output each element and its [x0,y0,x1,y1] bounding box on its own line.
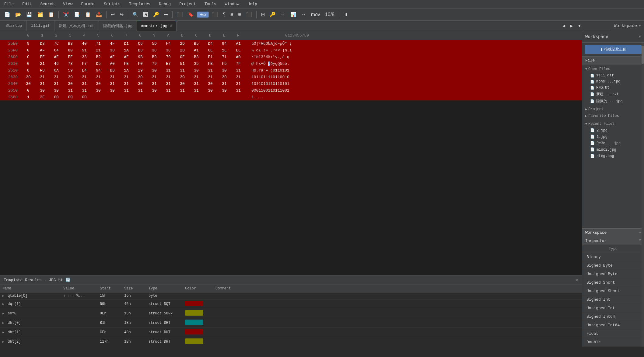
hex-row-2660[interactable]: 2660 1 2E 00 00 00 [0,94,644,100]
byte-cell[interactable]: A1 [231,41,245,46]
recent-file-steg[interactable]: 📄 steg.png [582,153,644,159]
byte-cell[interactable]: 30 [175,75,189,80]
toolbar-btn-14[interactable]: 🅰 [142,11,150,19]
byte-cell[interactable]: 3C [147,48,161,53]
expand-arrow[interactable]: ▶ [2,331,4,334]
byte-cell[interactable]: A0 [231,54,245,60]
copy-button[interactable]: 📑 [72,10,82,19]
byte-cell[interactable]: 31 [119,88,133,93]
byte-cell[interactable]: B3 [63,41,77,46]
byte-cell[interactable]: C6 [133,41,147,46]
byte-cell[interactable] [133,95,147,100]
recent-file-1jpg[interactable]: 📄 1.jpg [582,134,644,140]
byte-cell[interactable]: 31 [161,81,175,86]
hex-row-2650[interactable]: 2650 0 30 30 31 31 30 30 31 31 30 31 31 … [0,87,644,94]
expand-arrow[interactable]: ▶ [2,294,4,298]
byte-cell[interactable]: D5 [91,61,105,66]
byte-cell[interactable]: 7F [231,61,245,66]
byte-cell[interactable]: 30 [21,81,35,86]
open-file-hidden[interactable]: 📄 隐藏的....jpg [582,98,644,105]
toolbar-btn-18[interactable]: 🔖 [186,10,196,19]
byte-cell[interactable]: 30 [105,88,119,93]
byte-cell[interactable]: 94 [217,41,231,46]
inspector-signed-short[interactable]: Signed Short [582,278,644,287]
byte-cell[interactable]: AE [49,54,63,60]
toolbar-btn-26[interactable]: 🔑 [268,10,278,19]
table-row[interactable]: ▶ dht[0] B1h 1Eh struct DHT [0,318,582,328]
byte-cell[interactable]: 31 [119,81,133,86]
menu-scripts[interactable]: Scripts [102,1,122,7]
byte-cell[interactable]: 6E [203,48,217,53]
byte-cell[interactable]: 31 [49,75,63,80]
menu-templates[interactable]: Templates [127,1,152,7]
byte-cell[interactable]: 31 [63,88,77,93]
byte-cell[interactable]: 31 [35,75,49,80]
byte-cell[interactable]: F8 [35,68,49,73]
hex-row-2600[interactable]: 2600 C EE AE EE 33 B2 AE AE 9B B9 79 0E … [0,54,644,60]
byte-cell[interactable]: 33 [77,54,91,60]
open-file-pngbt[interactable]: 📄 PNG.bt [582,85,644,91]
byte-cell[interactable]: 00 [77,95,91,100]
undo-button[interactable]: ↩ [109,10,117,19]
byte-cell[interactable]: 31 [147,81,161,86]
menu-help[interactable]: Help [246,1,259,7]
byte-cell[interactable]: 29 [133,68,147,73]
byte-cell[interactable]: 1 [21,95,35,100]
toolbar-btn-25[interactable]: ⊞ [259,10,267,19]
byte-cell[interactable] [231,95,245,100]
menu-file[interactable]: File [2,1,16,7]
byte-cell[interactable]: F0 [133,61,147,66]
tab-textdoc[interactable]: 新建 文本文档.txt [54,21,99,31]
upload-button[interactable]: ⬆ 拖拽至此上传 [585,45,642,54]
recent-file-2jpg[interactable]: 📄 2.jpg [582,127,644,134]
byte-cell[interactable]: B9 [147,54,161,60]
byte-cell[interactable]: D1 [119,41,133,46]
open-file-monster[interactable]: 📄 mons....jpg [582,79,644,85]
byte-cell[interactable]: 31 [77,75,91,80]
byte-cell[interactable]: E4 [77,68,91,73]
byte-cell[interactable]: 31 [203,75,217,80]
tab-startup[interactable]: Startup [1,21,27,31]
toolbar-btn-23[interactable]: ≡ [236,11,243,19]
open-file-txt[interactable]: 📄 新建 ...txt [582,91,644,98]
byte-cell[interactable]: 5D [147,41,161,46]
byte-cell[interactable]: 9 [21,41,35,46]
inspector-unsigned-int64[interactable]: Unsigned Int64 [582,321,644,330]
open-files-label[interactable]: ▼ Open Files [582,66,644,72]
menu-window[interactable]: Window [223,1,241,7]
toolbar-btn-22[interactable]: ≡ [229,11,235,19]
byte-cell[interactable] [147,95,161,100]
workspace-dropdown-icon[interactable]: ▼ [639,24,641,28]
inspector-signed-byte[interactable]: Signed Byte [582,261,644,270]
menu-search[interactable]: Search [38,1,56,7]
hex-mode-button[interactable]: Hex [197,12,209,18]
byte-cell[interactable]: 59 [63,68,77,73]
favorite-files-label[interactable]: ▶ Favorite Files [582,113,644,119]
toolbar-btn-24[interactable]: ⬛ [244,10,254,19]
results-table-container[interactable]: Name Value Start Size Type Color Comment… [0,285,582,346]
byte-cell[interactable]: B5 [189,41,203,46]
byte-cell[interactable]: E7 [161,61,175,66]
byte-cell[interactable]: 1E [217,48,231,53]
byte-cell[interactable]: 30 [175,81,189,86]
menu-project[interactable]: Project [177,1,198,7]
byte-cell[interactable]: 3C [161,48,175,53]
save-as-button[interactable]: 🗂️ [35,10,45,19]
byte-cell[interactable]: 31 [91,75,105,80]
hex-row-2610[interactable]: 2610 0 21 46 78 F7 D5 A0 FE F0 79 E7 51 … [0,60,644,67]
byte-cell[interactable]: 31 [161,88,175,93]
workspace-tab-bar[interactable]: Workspace ▼ [582,228,644,237]
byte-cell[interactable] [161,95,175,100]
inspector-float[interactable]: Float [582,330,644,338]
tab-dropdown-button[interactable]: ▼ [576,23,583,29]
open-file-button[interactable]: 📂 [13,10,23,19]
toolbar-btn-9[interactable]: 📤 [94,10,104,19]
expand-arrow[interactable]: ▶ [2,312,4,315]
byte-cell[interactable]: 31 [175,68,189,73]
byte-cell[interactable]: 21 [91,48,105,53]
byte-cell[interactable]: FB [203,61,217,66]
byte-cell[interactable]: 31 [189,75,203,80]
hex-row-25E0[interactable]: 25E0 9 D3 7C B3 40 71 4F D1 C6 5D F4 2D … [0,40,644,47]
byte-cell[interactable] [203,95,217,100]
expand-arrow[interactable]: ▶ [2,303,4,306]
